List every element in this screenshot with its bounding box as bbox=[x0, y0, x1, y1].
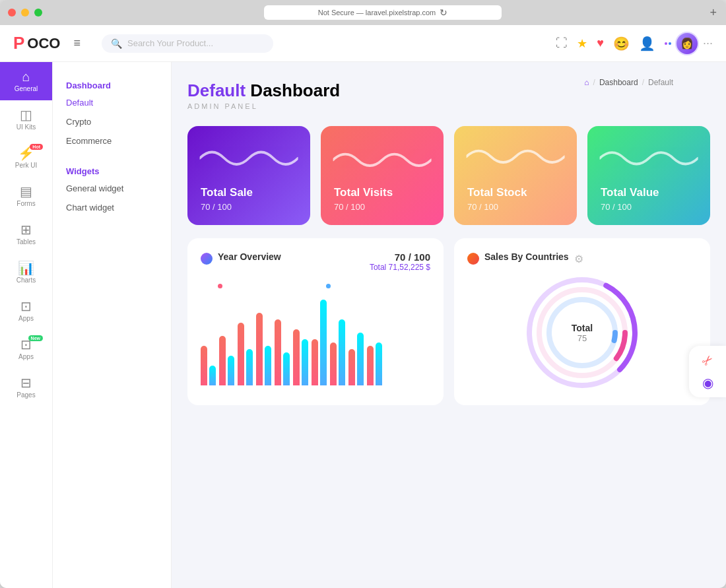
sidebar-section-widgets: Widgets bbox=[53, 161, 171, 179]
address-bar[interactable]: Not Secure — laravel.pixelstrap.com ↻ bbox=[264, 5, 502, 20]
nav-item-uikits[interactable]: ◫ UI Kits bbox=[0, 100, 52, 139]
nav-item-tables[interactable]: ⊞ Tables bbox=[0, 215, 52, 253]
bar-group-3 bbox=[238, 323, 253, 385]
bar-pink-9 bbox=[348, 349, 355, 385]
charts-icon: 📊 bbox=[18, 261, 34, 275]
card-title-value: Total Value bbox=[601, 186, 697, 199]
nav-item-pages[interactable]: ⊟ Pages bbox=[0, 368, 52, 407]
title-highlight: Default bbox=[187, 81, 246, 100]
url-text: Not Secure — laravel.pixelstrap.com bbox=[318, 9, 436, 16]
new-tab-button[interactable]: + bbox=[710, 6, 717, 20]
sidebar-item-default[interactable]: Default bbox=[53, 93, 171, 112]
panel-chart-icon[interactable]: ◉ bbox=[702, 375, 713, 391]
nav-item-charts[interactable]: 📊 Charts bbox=[0, 253, 52, 292]
pages-icon: ⊟ bbox=[20, 376, 32, 389]
expand-icon[interactable]: ⛶ bbox=[556, 36, 568, 50]
charts-row: Year Overview 70 / 100 Total 71,52,225 $ bbox=[187, 238, 710, 405]
nav-item-apps[interactable]: ⊡ Apps bbox=[0, 292, 52, 330]
minimize-dot[interactable] bbox=[21, 9, 29, 16]
breadcrumb-home[interactable]: ⌂ bbox=[584, 78, 589, 87]
legend-dot-blue bbox=[326, 284, 331, 288]
card-value-stock: 70 / 100 bbox=[467, 202, 564, 212]
wave-decoration-value bbox=[600, 142, 698, 178]
page-subtitle: ADMIN PANEL bbox=[187, 102, 710, 110]
bar-pink-6 bbox=[293, 329, 300, 385]
logo: P OCO bbox=[13, 33, 60, 53]
stat-card-total-sale: Total Sale 70 / 100 bbox=[187, 126, 310, 225]
uikits-icon: ◫ bbox=[20, 108, 32, 121]
hamburger-button[interactable]: ≡ bbox=[73, 36, 81, 50]
star-icon[interactable]: ★ bbox=[577, 36, 587, 51]
nav-item-forms[interactable]: ▤ Forms bbox=[0, 177, 52, 215]
card-value-sale: 70 / 100 bbox=[201, 202, 297, 212]
bar-blue-1 bbox=[209, 366, 216, 385]
sidebar-item-crypto[interactable]: Crypto bbox=[53, 112, 171, 131]
right-panel: ✂ ◉ bbox=[689, 346, 726, 397]
bar-blue-7 bbox=[320, 300, 327, 385]
chart-dot-overview bbox=[201, 253, 213, 265]
bar-pink-4 bbox=[256, 313, 263, 385]
wave-decoration bbox=[200, 142, 298, 178]
nav-label-charts: Charts bbox=[16, 277, 36, 284]
close-dot[interactable] bbox=[8, 9, 16, 16]
tool-icon[interactable]: ✂ bbox=[698, 351, 717, 370]
bar-pink-8 bbox=[330, 343, 337, 385]
overview-total: Total 71,52,225 $ bbox=[370, 263, 430, 272]
nav-item-apps-new[interactable]: New ⊡ Apps bbox=[0, 330, 52, 368]
wave-decoration-stock bbox=[467, 142, 565, 178]
year-overview-title: Year Overview bbox=[218, 251, 281, 262]
sidebar: Dashboard Default Crypto Ecommerce Widge… bbox=[53, 62, 172, 588]
bar-blue-2 bbox=[228, 356, 234, 385]
logo-p: P bbox=[13, 33, 24, 53]
gear-icon[interactable]: ⚙ bbox=[574, 253, 583, 265]
bar-group-6 bbox=[293, 329, 308, 385]
heart-icon[interactable]: ♥ bbox=[597, 36, 604, 50]
bar-blue-6 bbox=[302, 339, 308, 385]
chart-dot-countries bbox=[467, 253, 479, 265]
sidebar-section-dashboard: Dashboard bbox=[53, 75, 171, 93]
bar-pink-5 bbox=[275, 319, 281, 385]
bar-group-2 bbox=[219, 336, 234, 385]
main-content: ⌂ / Dashboard / Default Default Dashboar… bbox=[172, 62, 726, 588]
bar-pink-10 bbox=[367, 346, 374, 385]
countries-chart-title: Sales By Countries bbox=[484, 251, 569, 262]
wave-decoration-visits bbox=[333, 142, 432, 178]
sales-by-countries-card: Sales By Countries ⚙ bbox=[454, 238, 710, 405]
stat-cards-grid: Total Sale 70 / 100 Total Visits 70 / 10… bbox=[187, 126, 710, 225]
bar-group-4 bbox=[256, 313, 271, 385]
search-placeholder: Search Your Product... bbox=[127, 38, 213, 48]
nav-label-forms: Forms bbox=[16, 200, 35, 207]
card-title-visits: Total Visits bbox=[334, 186, 430, 199]
search-icon: 🔍 bbox=[111, 38, 122, 49]
bar-group-1 bbox=[201, 346, 216, 385]
sidebar-item-ecommerce[interactable]: Ecommerce bbox=[53, 131, 171, 150]
app-header: P OCO ≡ 🔍 Search Your Product... ⛶ ★ ♥ 😊… bbox=[0, 25, 726, 62]
chart-stats-overview: 70 / 100 Total 71,52,225 $ bbox=[370, 251, 430, 272]
breadcrumb-dashboard[interactable]: Dashboard bbox=[599, 78, 638, 87]
user-icon[interactable]: 👤 bbox=[639, 36, 655, 51]
sidebar-item-chart-widget[interactable]: Chart widget bbox=[53, 198, 171, 217]
donut-value: 75 bbox=[572, 333, 593, 343]
nav-item-perkui[interactable]: Hot ⚡ Perk UI bbox=[0, 139, 52, 177]
bar-group-10 bbox=[367, 343, 382, 385]
bar-pink-7 bbox=[312, 339, 318, 385]
bar-blue-9 bbox=[357, 333, 364, 385]
donut-chart: Total 75 bbox=[467, 273, 697, 392]
nav-label-general: General bbox=[15, 85, 38, 92]
sidebar-item-general-widget[interactable]: General widget bbox=[53, 179, 171, 198]
avatar[interactable]: 👩 bbox=[675, 32, 699, 55]
browser-titlebar: Not Secure — laravel.pixelstrap.com ↻ + bbox=[0, 0, 726, 25]
more-options-icon[interactable]: ··· bbox=[703, 36, 713, 50]
nav-label-tables: Tables bbox=[16, 238, 36, 245]
hot-badge: Hot bbox=[30, 144, 43, 150]
icon-nav: ⌂ General ◫ UI Kits Hot ⚡ Perk UI ▤ Form… bbox=[0, 62, 53, 588]
emoji1-icon[interactable]: 😊 bbox=[613, 36, 630, 51]
nav-item-general[interactable]: ⌂ General bbox=[0, 62, 52, 100]
breadcrumb-current: Default bbox=[648, 78, 673, 87]
nav-label-apps2: Apps bbox=[18, 353, 34, 360]
maximize-dot[interactable] bbox=[34, 9, 42, 16]
card-title-stock: Total Stock bbox=[467, 186, 564, 199]
tables-icon: ⊞ bbox=[20, 223, 32, 236]
search-bar[interactable]: 🔍 Search Your Product... bbox=[102, 34, 273, 53]
reload-button[interactable]: ↻ bbox=[440, 7, 447, 18]
